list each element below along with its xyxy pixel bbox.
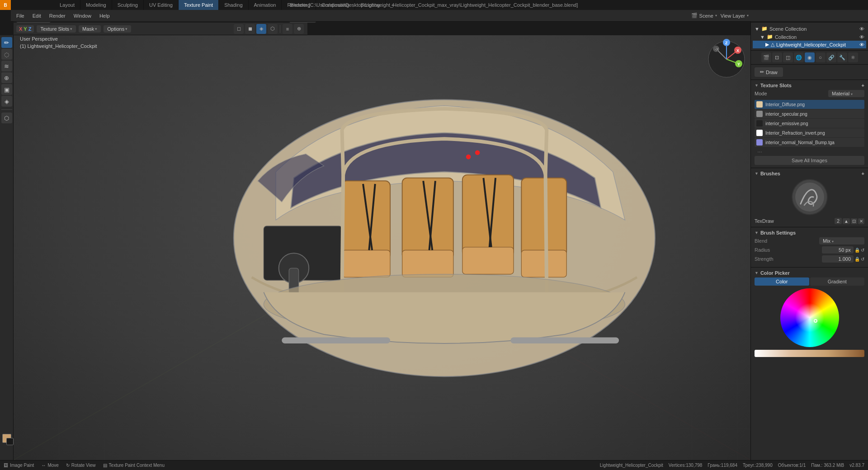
strength-settings-value[interactable]: 1.000 [822,255,854,263]
radius-settings-ctrl: 50 px 🔒 ↺ [822,246,864,254]
image-paint-label: Image Paint [10,463,34,468]
texture-item-1[interactable]: interior_specular.png [755,109,864,118]
prop-tab-material[interactable]: ◉ [805,52,815,62]
texture-slots-add[interactable]: + [862,83,864,88]
menu-render[interactable]: Render [46,12,69,19]
radius-settings-value[interactable]: 50 px [822,246,854,254]
svg-point-43 [795,183,824,212]
tool-mask[interactable]: ⬡ [1,113,12,123]
color-tab-color[interactable]: Color [755,277,809,286]
color-wheel-container[interactable] [755,288,864,347]
tab-modeling[interactable]: Modeling [80,0,112,10]
tex-thumb-3 [756,130,763,136]
tab-animation[interactable]: Animation [249,0,282,10]
brush-preview[interactable] [792,179,828,215]
view-layer-dropdown[interactable]: View Layer ▾ [721,13,749,19]
brushes-collapse[interactable]: ▼ [755,171,759,176]
color-tabs: Color Gradient [755,277,864,286]
viewport-shading-material[interactable]: ◈ [256,24,266,34]
draw-btn[interactable]: ✏ Draw [755,67,783,77]
heli-visible-icon[interactable]: 👁 [859,42,864,47]
tool-soften[interactable]: ◌ [1,49,12,60]
navigation-gizmo[interactable]: X -X Y Z [706,39,747,80]
viewport-shading-wire[interactable]: ◻ [234,24,244,34]
viewport-shading-render[interactable]: ⬡ [268,24,278,34]
prop-tab-render[interactable]: 🎬 [761,52,771,62]
z-axis-btn[interactable]: Z [28,26,32,32]
prop-tab-particles[interactable]: ⚛ [848,52,858,62]
brushes-add-icon[interactable]: + [862,171,864,176]
texture-item-2[interactable]: interior_emissive.png [755,119,864,128]
tex-slots-collapse[interactable]: ▼ [755,83,759,88]
scene-collection-header[interactable]: ▼ 📁 Scene Collection 👁 [753,24,866,33]
menu-help[interactable]: Help [96,12,113,19]
scene-dropdown[interactable]: 🎬 Scene ▾ [691,13,717,19]
scene-visible-icon[interactable]: 👁 [859,26,864,32]
color-wheel-cursor[interactable] [814,319,817,323]
context-menu-status: ▤ Texture Paint Context Menu [103,463,165,468]
brush-settings-panel: ▼ Brush Settings Blend Mix ▾ Radius 50 p… [751,227,868,268]
svg-line-22 [342,175,343,292]
tab-texture-paint[interactable]: Texture Paint [179,0,219,10]
menu-file[interactable]: File [13,12,28,19]
color-tab-gradient[interactable]: Gradient [810,277,865,286]
viewport-shading-solid[interactable]: ◼ [245,24,255,34]
brush-delete-btn[interactable]: ✕ [858,218,864,224]
radius-reset-icon[interactable]: ↺ [861,248,864,253]
texture-item-4[interactable]: interior_normal_Normal_Bump.tga [755,138,864,147]
menu-edit[interactable]: Edit [29,12,45,19]
tex-name-1: interior_specular.png [765,112,807,117]
collection-item[interactable]: ▼ 📁 Collection 👁 [753,33,866,41]
strength-reset-icon[interactable]: ↺ [861,257,864,262]
scene-icon: 📁 [761,26,768,32]
texture-item-3[interactable]: Interior_Refraction_invert.png [755,128,864,137]
viewport-overlay-btn[interactable]: ≡ [283,24,292,34]
brush-number[interactable]: 2 [835,218,842,224]
texture-item-0[interactable]: Interior_Diffuse.png [755,100,864,109]
tool-erase[interactable]: ◈ [1,96,12,107]
color-picker-collapse[interactable]: ▼ [755,271,759,275]
svg-text:-X: -X [715,47,719,52]
coll-visible-icon[interactable]: 👁 [859,34,864,40]
prop-tab-constraint[interactable]: 🔗 [826,52,836,62]
brush-settings-collapse[interactable]: ▼ [755,230,759,235]
viewport-3d[interactable]: X -X Y Z [14,35,750,460]
prop-tab-output[interactable]: ⊡ [772,52,782,62]
mode-dropdown-tex[interactable]: Material ▾ [828,90,864,97]
tab-layout[interactable]: Layout [54,0,80,10]
tab-uv-editing[interactable]: UV Editing [144,0,179,10]
save-all-images-btn[interactable]: Save All Images [755,156,864,165]
menu-window[interactable]: Window [70,12,95,19]
prop-tab-object[interactable]: ○ [816,52,826,62]
viewport-second-toolbar: X Y Z Texture Slots Mask Options ◻ ◼ ◈ ⬡… [14,23,307,35]
tool-fill[interactable]: ▣ [1,84,12,95]
strength-lock-icon[interactable]: 🔒 [854,257,860,262]
prop-tab-view-layer[interactable]: ◫ [783,52,793,62]
mask-btn[interactable]: Mask [79,25,101,33]
blender-logo[interactable]: B [0,0,11,10]
tab-shading[interactable]: Shading [219,0,248,10]
x-axis-btn[interactable]: X [19,26,22,32]
viewport-gizmo-btn[interactable]: ⊕ [294,24,304,34]
options-btn[interactable]: Options [104,25,131,33]
brush-browse-btn[interactable]: ⊡ [851,218,857,224]
object-name-stat: Lightweight_Helicopter_Cockpit [600,463,663,468]
brush-up-btn[interactable]: ▲ [843,218,850,224]
background-color[interactable] [6,438,14,445]
y-axis-btn[interactable]: Y [24,26,27,32]
tool-clone[interactable]: ⊕ [1,72,12,83]
foreground-color[interactable] [2,434,11,443]
tool-smear[interactable]: ≋ [1,61,12,71]
tab-sculpting[interactable]: Sculpting [112,0,144,10]
viewport-scene[interactable]: X -X Y Z [14,35,750,460]
xyz-toggle[interactable]: X Y Z [16,25,34,33]
tool-draw[interactable]: ✏ [1,37,12,48]
prop-tab-modifier[interactable]: 🔧 [837,52,847,62]
color-swatch-bar[interactable] [755,350,864,357]
prop-tab-scene[interactable]: 🌐 [794,52,804,62]
color-wheel[interactable] [780,288,839,347]
blend-settings-dropdown[interactable]: Mix ▾ [819,237,864,244]
radius-lock-icon[interactable]: 🔒 [854,248,860,253]
helicopter-cockpit-item[interactable]: ▶ △ Lightweight_Helicopter_Cockpit 👁 [753,41,866,48]
texture-slots-btn[interactable]: Texture Slots [37,25,76,33]
